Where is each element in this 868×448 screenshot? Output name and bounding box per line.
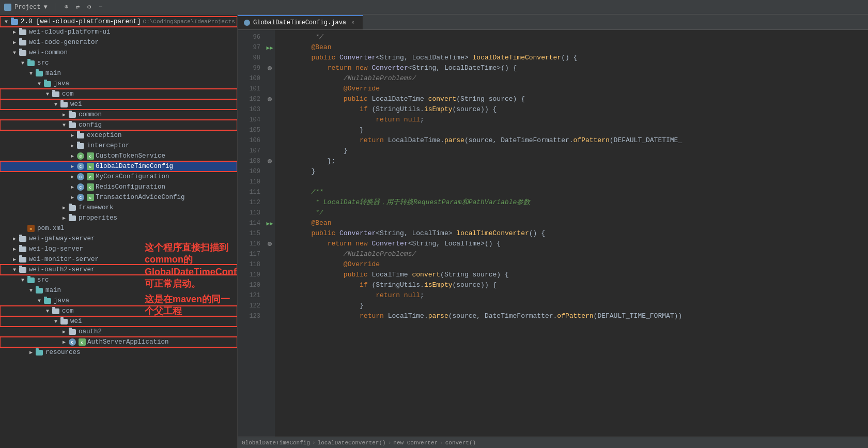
globe-icon[interactable]: ⊕ <box>63 3 71 11</box>
tree-item-oauth2[interactable]: ▼ wei-oauth2-server <box>0 265 237 275</box>
properites-label: properites <box>79 214 117 222</box>
title-bar-dropdown[interactable]: ▼ <box>43 4 47 11</box>
breadcrumb-item-2[interactable]: localDateConverter() <box>318 440 386 446</box>
tree-item-properites[interactable]: ▶ properites <box>0 213 237 223</box>
tree-item-resources[interactable]: ▶ resources <box>0 347 237 358</box>
config-label: config <box>79 121 102 129</box>
tree-item-com2[interactable]: ▼ com <box>0 306 237 316</box>
tree-item-authserver[interactable]: ▶ c AuthServerApplication <box>0 337 237 347</box>
title-bar: Project ▼ ⊕ ⇄ ⚙ − <box>0 0 868 14</box>
tree-item-framework[interactable]: ▶ framework <box>0 203 237 213</box>
tree-item-common2[interactable]: ▶ common <box>0 110 237 120</box>
arrow-customtoken: ▶ <box>68 153 76 159</box>
exception-label: exception <box>87 132 122 139</box>
tree-item-java2[interactable]: ▼ java <box>0 296 237 306</box>
tree-item-globaldatetime[interactable]: ▶ c GlobalDateTimeConfig <box>0 161 237 172</box>
line-num-97: 97 <box>238 42 265 53</box>
line-num-98: 98 <box>238 53 265 63</box>
gutter: ▶▶ <box>265 30 275 437</box>
com-label: com <box>62 90 74 98</box>
tree-item-redis[interactable]: ▶ c RedisConfiguration <box>0 182 237 192</box>
gutter-102 <box>265 94 275 104</box>
tree-item-wei[interactable]: ▼ wei <box>0 99 237 110</box>
tab-close-button[interactable]: × <box>349 19 357 26</box>
tree-item-customtoken[interactable]: ▶ c CustomTokenService <box>0 151 237 161</box>
gutter-114[interactable]: ▶▶ <box>265 218 275 228</box>
tree-item-mycors[interactable]: ▶ c MyCorsConfiguration <box>0 172 237 182</box>
arrow-com2: ▼ <box>43 308 52 314</box>
tree-item-gateway[interactable]: ▶ wei-gatway-server <box>0 234 237 244</box>
arrow-common: ▼ <box>10 50 19 56</box>
tree-item-pom[interactable]: ▶ m pom.xml <box>0 223 237 234</box>
com2-label: com <box>62 307 74 315</box>
sidebar: ▼ 2.0 [wei-cloud-platform-parent] C:\Cod… <box>0 14 238 448</box>
arrow-com: ▼ <box>43 91 52 97</box>
tree-item-common[interactable]: ▼ wei-common <box>0 48 237 58</box>
tree-item-interceptor[interactable]: ▶ interceptor <box>0 141 237 151</box>
line-num-122: 122 <box>238 301 265 311</box>
config-icon-redis <box>76 183 85 191</box>
code-line-107: } <box>275 146 868 156</box>
code-line-100: /NullableProblems/ <box>275 73 868 84</box>
gear-icon[interactable]: ⚙ <box>85 3 94 11</box>
folder-icon-prop <box>68 214 76 222</box>
breadcrumb-item-1[interactable]: GlobalDateTimeConfig <box>242 440 310 446</box>
gutter-97[interactable]: ▶▶ <box>265 42 275 53</box>
tree-item-wei2[interactable]: ▼ wei <box>0 316 237 327</box>
line-num-105: 105 <box>238 125 265 135</box>
gutter-123 <box>265 311 275 321</box>
breadcrumb-item-3[interactable]: new Converter <box>393 440 438 446</box>
gutter-103 <box>265 104 275 115</box>
tree-item-transact[interactable]: ▶ c TransactionAdviceConfig <box>0 192 237 203</box>
project-tree: ▼ 2.0 [wei-cloud-platform-parent] C:\Cod… <box>0 14 237 448</box>
folder-icon-main2 <box>35 286 43 295</box>
code-line-116: return new Converter<String, LocalTime>(… <box>275 239 868 249</box>
tree-item-root[interactable]: ▼ 2.0 [wei-cloud-platform-parent] C:\Cod… <box>0 17 237 27</box>
breadcrumb-sep-2: › <box>388 440 392 446</box>
folder-icon-exc <box>76 131 85 140</box>
framework-label: framework <box>79 204 114 211</box>
letter-g-icon: c <box>87 163 94 170</box>
tree-item-src[interactable]: ▼ src <box>0 58 237 68</box>
gutter-113 <box>265 208 275 218</box>
tree-item-log[interactable]: ▶ wei-log-server <box>0 244 237 254</box>
tree-item-main2[interactable]: ▼ main <box>0 285 237 296</box>
wei2-label: wei <box>70 318 82 325</box>
gen-label: wei-code-generator <box>29 39 99 46</box>
folder-icon-wei2 <box>60 317 68 326</box>
folder-icon-java <box>43 80 52 88</box>
tree-item-ui[interactable]: ▶ wei-cloud-platform-ui <box>0 27 237 37</box>
tree-item-exception[interactable]: ▶ exception <box>0 130 237 141</box>
code-line-102: public LocalDateTime convert(String sour… <box>275 94 868 104</box>
tree-item-src2[interactable]: ▼ src <box>0 275 237 285</box>
code-line-99: return new Converter<String, LocalDateTi… <box>275 63 868 73</box>
tree-item-com[interactable]: ▼ com <box>0 89 237 99</box>
run-icon-114[interactable]: ▶▶ <box>266 220 273 227</box>
arrow-config: ▼ <box>60 122 68 128</box>
arrow-wei: ▼ <box>52 102 60 107</box>
arrows-icon[interactable]: ⇄ <box>74 3 82 11</box>
minus-icon[interactable]: − <box>97 3 105 11</box>
tab-label: GlobalDateTimeConfig.java <box>253 19 346 26</box>
tree-item-generator[interactable]: ▶ wei-code-generator <box>0 37 237 48</box>
gutter-115 <box>265 228 275 239</box>
tab-bar: GlobalDateTimeConfig.java × <box>238 14 868 30</box>
tree-item-java[interactable]: ▼ java <box>0 79 237 89</box>
src-label: src <box>37 59 49 67</box>
gutter-119 <box>265 270 275 280</box>
code-line-108: }; <box>275 156 868 166</box>
breadcrumb-item-4[interactable]: convert() <box>445 440 476 446</box>
arrow-authserver: ▶ <box>60 339 68 345</box>
code-content[interactable]: */ @Bean public Converter<String, LocalD… <box>275 30 868 437</box>
tab-globaldatetime[interactable]: GlobalDateTimeConfig.java × <box>238 15 363 29</box>
arrow-java: ▼ <box>35 81 43 87</box>
code-line-120: if (StringUtils.isEmpty(source)) { <box>275 280 868 290</box>
run-icon-97[interactable]: ▶▶ <box>266 44 273 51</box>
main2-label: main <box>45 287 61 294</box>
arrow-src: ▼ <box>19 60 27 66</box>
java2-label: java <box>54 297 69 304</box>
tree-item-main[interactable]: ▼ main <box>0 68 237 79</box>
tree-item-oauth2dir[interactable]: ▶ oauth2 <box>0 327 237 337</box>
tree-item-monitor[interactable]: ▶ wei-monitor-server <box>0 254 237 265</box>
tree-item-config[interactable]: ▼ config <box>0 120 237 130</box>
